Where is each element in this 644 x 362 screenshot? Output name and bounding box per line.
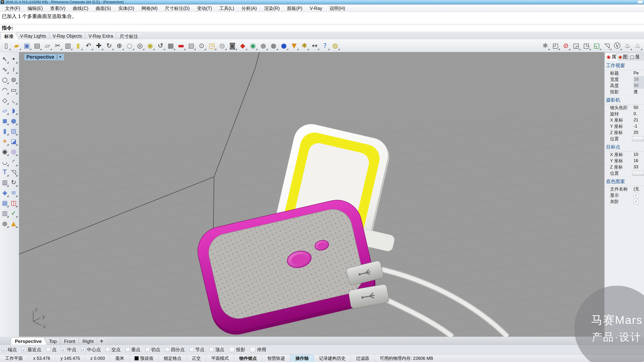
fillet-curve-icon[interactable]: ◟ — [9, 95, 18, 105]
toolbar-tab[interactable]: V-Ray Lights — [16, 32, 51, 39]
viewport-tab[interactable]: Front — [60, 338, 80, 345]
viewport-tab[interactable]: Perspective — [11, 338, 47, 345]
properties-tab[interactable]: ◉属 — [605, 53, 618, 60]
checkbox[interactable] — [126, 348, 130, 352]
menu-item[interactable]: 实体(O) — [115, 4, 138, 12]
point-icon[interactable]: • — [9, 54, 18, 64]
control-point-curve-icon[interactable]: ∿ — [0, 64, 9, 74]
statusbar-segment[interactable]: x 53.476 — [28, 355, 56, 362]
solid-cylinder-icon[interactable]: ▮ — [0, 126, 9, 136]
cut-icon[interactable]: ✂ — [53, 41, 62, 50]
osnap-toggle[interactable]: ✓中点 — [61, 347, 76, 353]
checkbox[interactable] — [229, 347, 234, 352]
render-sphere-selected-icon[interactable]: ● — [269, 41, 278, 50]
menu-item[interactable]: V-Ray — [306, 5, 326, 12]
decal-side-icon[interactable]: ◳ — [582, 41, 591, 50]
layers-tab[interactable]: ◆图 — [617, 53, 629, 60]
statusbar-segment[interactable]: y 145.475 — [56, 355, 85, 362]
statusbar-segment[interactable]: z 0.000 — [85, 355, 110, 362]
checkbox[interactable] — [250, 347, 256, 352]
toolbar-tab[interactable]: V-Ray Objects — [49, 32, 87, 39]
rectangle-icon[interactable]: ▭ — [9, 85, 18, 95]
statusbar-segment[interactable]: 操作轴 — [290, 355, 314, 362]
checkbox[interactable] — [145, 348, 150, 352]
statusbar-segment[interactable]: 过滤器 — [351, 355, 374, 362]
color-circles-icon[interactable]: ◎ — [9, 146, 18, 157]
perspective-viewport[interactable]: z y x Perspective ▼ — [19, 52, 604, 337]
statusbar-segment[interactable]: 工作平面 — [0, 355, 28, 362]
dimension-icon[interactable]: ↔ — [310, 41, 320, 50]
four-viewports-icon[interactable]: ▦ — [166, 41, 176, 50]
copy-icon[interactable]: ▥ — [63, 41, 73, 50]
statusbar-segment[interactable]: 正交 — [187, 355, 206, 362]
statusbar-segment[interactable]: 物件锁点 — [234, 355, 262, 362]
pyramid-icon[interactable]: ▲ — [9, 218, 18, 228]
osnap-toggle[interactable]: ✓最近点 — [22, 347, 41, 353]
trim-icon[interactable]: ◪ — [9, 136, 18, 146]
viewport-title-menu[interactable]: Perspective ▼ — [24, 54, 64, 60]
menu-item[interactable]: 说明(H) — [326, 4, 349, 12]
rotate-view-icon[interactable]: ↻ — [104, 41, 114, 50]
position-button[interactable] — [632, 137, 644, 141]
statusbar-segment[interactable]: 毫米 — [110, 355, 130, 362]
osnap-toggle[interactable]: 垂点 — [126, 347, 140, 353]
display-tab[interactable]: ▢显 — [628, 53, 642, 60]
copy-objects-icon[interactable]: ▥ — [0, 177, 9, 187]
text-object-icon[interactable]: T — [0, 167, 9, 177]
position-button[interactable] — [632, 171, 644, 176]
explode-icon[interactable]: ✶ — [0, 136, 9, 146]
toolbar-tab[interactable]: V-Ray Extra — [85, 32, 118, 39]
render-sphere-icon[interactable]: ● — [258, 41, 268, 50]
emboss-icon[interactable]: ≡ — [9, 187, 18, 198]
checkbox[interactable]: ✓ — [634, 199, 638, 204]
help-icon[interactable]: ? — [320, 41, 330, 50]
options-gears-icon[interactable]: ✱ — [300, 41, 309, 50]
checkbox[interactable]: ✓ — [81, 348, 86, 352]
polygon-icon[interactable]: ◇ — [0, 95, 9, 105]
curved-surface-icon[interactable]: ◗ — [9, 105, 18, 116]
what-this-icon[interactable]: ◍ — [330, 41, 340, 50]
menu-item[interactable]: 网格(M) — [138, 4, 161, 12]
statusbar-segment[interactable]: 智慧轨迹 — [262, 355, 290, 362]
checkbox[interactable] — [46, 348, 50, 352]
menu-item[interactable]: 分析(A) — [238, 4, 260, 12]
zoom-window-icon[interactable]: ◌ — [125, 41, 134, 50]
menu-item[interactable]: 编辑(E) — [24, 4, 46, 12]
toolbar-tab[interactable]: 标准 — [1, 32, 18, 39]
vray-material-editor-icon[interactable]: ◆ — [238, 41, 248, 50]
zoom-target-icon[interactable]: ◉ — [146, 41, 155, 50]
solid-union-icon[interactable]: ◆ — [0, 187, 9, 198]
checkbox[interactable]: ✓ — [2, 348, 6, 352]
color-wheel-icon[interactable]: ◉ — [248, 41, 258, 50]
lock-icon[interactable]: ◙ — [228, 41, 237, 50]
undo-view-icon[interactable]: ↺ — [156, 41, 165, 50]
disable-decal-icon[interactable]: ⊘ — [561, 41, 570, 50]
menu-item[interactable]: 尺寸标注(D) — [161, 4, 193, 12]
rotate-3d-icon[interactable]: ↻ — [9, 177, 18, 187]
viewport-tab[interactable]: ✚ — [97, 338, 107, 345]
statusbar-segment[interactable]: 可用的物理内存: 22606 MB — [374, 355, 438, 362]
cplane-icon[interactable]: ▧ — [186, 41, 196, 50]
menu-item[interactable]: 曲线(C) — [69, 4, 92, 12]
paste-icon[interactable]: ▮ — [74, 41, 83, 50]
statusbar-segment[interactable]: 记录建构历史 — [314, 355, 351, 362]
ellipse-icon[interactable]: ⊜ — [9, 74, 18, 85]
viewport-tab[interactable]: Right — [79, 338, 99, 345]
light-icon[interactable]: ◍ — [217, 41, 227, 50]
checkbox[interactable] — [190, 348, 194, 352]
checkbox[interactable]: ✓ — [22, 348, 26, 352]
viewport-canvas[interactable]: z y x — [19, 52, 604, 337]
solids-gray-icon[interactable]: ● — [0, 218, 9, 228]
checkbox[interactable] — [209, 348, 214, 352]
export-icon[interactable]: ▱ — [42, 41, 52, 50]
select-check-icon[interactable]: ✓ — [9, 208, 18, 218]
checkbox[interactable] — [165, 348, 170, 352]
pan-icon[interactable]: ✚ — [94, 41, 104, 50]
boolean-union-icon[interactable]: ◉ — [0, 146, 9, 157]
osnap-toggle[interactable]: 节点 — [190, 347, 204, 353]
group-icon[interactable]: ▥ — [0, 208, 9, 218]
osnap-toggle[interactable]: ✓端点 — [2, 347, 17, 353]
decal-move-icon[interactable]: ◱ — [592, 41, 602, 50]
statusbar-segment[interactable]: 平面模式 — [206, 355, 234, 362]
annotation-shapes-icon[interactable]: ◳ — [207, 41, 216, 50]
